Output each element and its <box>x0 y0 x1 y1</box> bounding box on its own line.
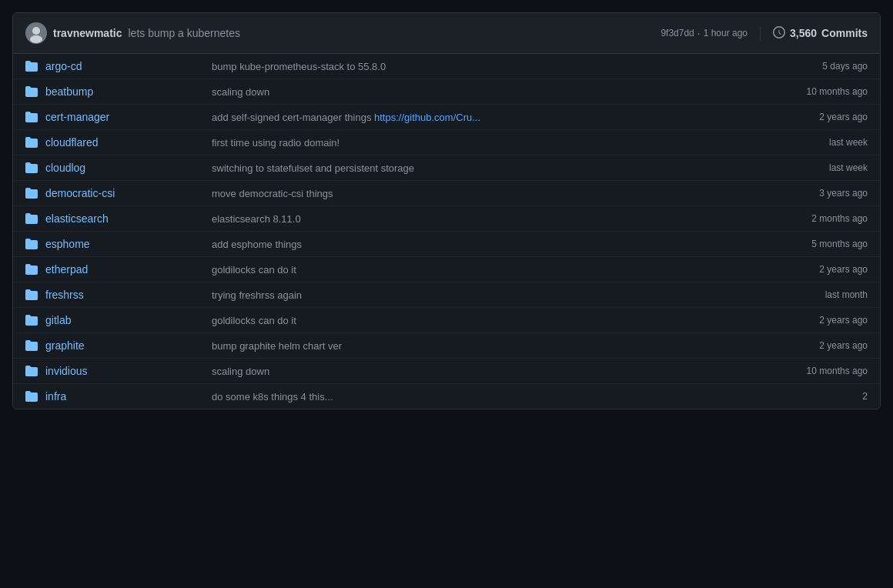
commit-message: scaling down <box>199 366 783 377</box>
file-name[interactable]: cert-manager <box>45 111 199 123</box>
commit-message-header: lets bump a kubernetes <box>128 27 654 39</box>
commit-message: goldilocks can do it <box>199 264 783 276</box>
commit-time: 2 years ago <box>783 264 868 275</box>
table-row: etherpadgoldilocks can do it2 years ago <box>13 257 880 282</box>
commit-time: 5 months ago <box>783 239 868 249</box>
commit-time: 10 months ago <box>783 86 868 97</box>
commit-message: do some k8s things 4 this... <box>199 391 783 403</box>
commit-message: switching to statefulset and persistent … <box>199 162 783 174</box>
svg-point-2 <box>30 35 42 43</box>
repository-browser: travnewmatic lets bump a kubernetes 9f3d… <box>12 12 881 409</box>
folder-icon <box>25 339 38 352</box>
commit-time: 5 days ago <box>783 61 868 72</box>
commit-time: 2 <box>783 391 868 402</box>
folder-icon <box>25 289 38 301</box>
commit-time: last week <box>783 137 868 148</box>
commit-message: add self-signed cert-manager things http… <box>199 112 783 123</box>
folder-icon <box>25 365 38 377</box>
file-name[interactable]: beatbump <box>45 85 199 98</box>
file-name[interactable]: democratic-csi <box>45 187 199 199</box>
folder-icon <box>25 136 38 149</box>
table-row: elasticsearchelasticsearch 8.11.02 month… <box>13 206 880 232</box>
file-name[interactable]: elasticsearch <box>45 212 199 225</box>
commits-count: 3,560 <box>790 27 817 39</box>
commit-time: last week <box>783 162 868 173</box>
table-row: invidiousscaling down10 months ago <box>13 359 880 384</box>
table-row: democratic-csimove democratic-csi things… <box>13 181 880 206</box>
file-name[interactable]: infra <box>45 390 199 403</box>
table-row: argo-cdbump kube-prometheus-stack to 55.… <box>13 54 880 79</box>
commit-time: 2 years ago <box>783 340 868 351</box>
commit-hash[interactable]: 9f3d7dd <box>661 28 694 38</box>
username[interactable]: travnewmatic <box>53 27 122 39</box>
folder-icon <box>25 111 38 123</box>
folder-icon <box>25 390 38 403</box>
file-name[interactable]: etherpad <box>45 263 199 276</box>
commit-message: bump kube-prometheus-stack to 55.8.0 <box>199 61 783 72</box>
table-row: cloudlogswitching to statefulset and per… <box>13 155 880 181</box>
commit-message: scaling down <box>199 86 783 98</box>
table-row: beatbumpscaling down10 months ago <box>13 79 880 105</box>
commit-message: trying freshrss again <box>199 289 783 301</box>
commit-message: bump graphite helm chart ver <box>199 340 783 352</box>
file-name[interactable]: freshrss <box>45 289 199 301</box>
file-name[interactable]: invidious <box>45 365 199 377</box>
avatar <box>25 22 47 44</box>
table-row: gitlabgoldilocks can do it2 years ago <box>13 308 880 333</box>
commits-count-section: 3,560 Commits <box>760 26 868 41</box>
folder-icon <box>25 212 38 225</box>
header-right: 9f3d7dd · 1 hour ago 3,560 Commits <box>661 26 868 41</box>
commit-message: first time using radio domain! <box>199 137 783 149</box>
commit-message: add esphome things <box>199 239 783 250</box>
commit-time: 2 years ago <box>783 315 868 326</box>
commit-header: travnewmatic lets bump a kubernetes 9f3d… <box>13 13 880 54</box>
commit-link[interactable]: https://github.com/Cru... <box>374 112 480 123</box>
commit-message: goldilocks can do it <box>199 315 783 326</box>
table-row: esphomeadd esphome things5 months ago <box>13 232 880 257</box>
separator-dot: · <box>697 27 701 39</box>
file-name[interactable]: cloudflared <box>45 136 199 149</box>
folder-icon <box>25 263 38 276</box>
folder-icon <box>25 162 38 174</box>
file-name[interactable]: esphome <box>45 238 199 250</box>
commits-label: Commits <box>821 27 868 39</box>
commit-time: last month <box>783 289 868 300</box>
table-row: cloudflaredfirst time using radio domain… <box>13 130 880 155</box>
history-icon <box>773 26 785 41</box>
table-row: graphitebump graphite helm chart ver2 ye… <box>13 333 880 359</box>
file-name[interactable]: cloudlog <box>45 162 199 174</box>
folder-icon <box>25 238 38 250</box>
file-name[interactable]: argo-cd <box>45 60 199 72</box>
commit-time: 1 hour ago <box>704 28 748 38</box>
folder-icon <box>25 314 38 326</box>
table-row: infrado some k8s things 4 this...2 <box>13 384 880 409</box>
folder-icon <box>25 60 38 72</box>
file-name[interactable]: gitlab <box>45 314 199 326</box>
commit-message: move democratic-csi things <box>199 188 783 199</box>
commit-time: 2 months ago <box>783 213 868 224</box>
commit-message: elasticsearch 8.11.0 <box>199 213 783 225</box>
file-name[interactable]: graphite <box>45 339 199 352</box>
folder-icon <box>25 85 38 98</box>
commit-time: 10 months ago <box>783 366 868 376</box>
table-row: cert-manageradd self-signed cert-manager… <box>13 105 880 130</box>
folder-icon <box>25 187 38 199</box>
file-list: argo-cdbump kube-prometheus-stack to 55.… <box>13 54 880 409</box>
commit-time: 3 years ago <box>783 188 868 199</box>
svg-point-1 <box>32 27 40 35</box>
table-row: freshrsstrying freshrss againlast month <box>13 282 880 308</box>
commit-time: 2 years ago <box>783 112 868 122</box>
